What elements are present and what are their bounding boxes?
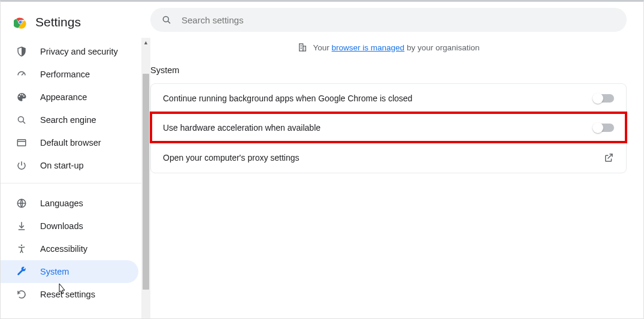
svg-point-6 xyxy=(21,245,22,246)
row-label: Open your computer's proxy settings xyxy=(163,153,300,162)
sidebar-item-label: Search engine xyxy=(40,115,96,125)
building-icon xyxy=(298,43,307,52)
sidebar-item-default-browser[interactable]: Default browser xyxy=(1,131,138,154)
browser-window-icon xyxy=(16,137,27,148)
globe-icon xyxy=(16,198,27,209)
svg-rect-4 xyxy=(17,140,26,146)
sidebar-item-appearance[interactable]: Appearance xyxy=(1,86,138,109)
scroll-up-arrow-icon[interactable]: ▲ xyxy=(141,38,150,47)
svg-rect-9 xyxy=(303,46,306,51)
system-card: Continue running background apps when Go… xyxy=(150,83,627,173)
sidebar-item-label: Appearance xyxy=(40,92,87,102)
sidebar-item-accessibility[interactable]: Accessibility xyxy=(1,237,138,260)
sidebar-item-label: Performance xyxy=(40,70,90,79)
main-content: Your browser is managed by your organisa… xyxy=(150,2,643,318)
search-input[interactable] xyxy=(182,15,616,25)
svg-point-7 xyxy=(163,16,168,22)
managed-text: Your browser is managed by your organisa… xyxy=(313,43,480,52)
shield-icon xyxy=(16,46,27,57)
toggle-background-apps[interactable] xyxy=(594,94,614,103)
row-background-apps[interactable]: Continue running background apps when Go… xyxy=(151,84,626,113)
row-hardware-acceleration[interactable]: Use hardware acceleration when available xyxy=(151,113,626,142)
sidebar-item-performance[interactable]: Performance xyxy=(1,63,138,86)
toggle-hardware-acceleration[interactable] xyxy=(594,124,614,132)
speedometer-icon xyxy=(16,69,27,80)
sidebar-item-search-engine[interactable]: Search engine xyxy=(1,109,138,131)
sidebar-item-privacy[interactable]: Privacy and security xyxy=(1,40,138,63)
row-label: Use hardware acceleration when available xyxy=(163,123,321,133)
sidebar-item-on-startup[interactable]: On start-up xyxy=(1,154,138,177)
palette-icon xyxy=(16,92,27,103)
sidebar-item-label: Downloads xyxy=(40,221,83,231)
scrollbar[interactable]: ▲ xyxy=(141,38,150,318)
wrench-icon xyxy=(16,266,27,277)
sidebar-item-languages[interactable]: Languages xyxy=(1,192,138,215)
restore-icon xyxy=(16,289,27,300)
search-icon xyxy=(161,14,172,25)
sidebar-divider xyxy=(1,183,150,183)
sidebar-item-reset-settings[interactable]: Reset settings xyxy=(1,283,138,306)
chrome-logo-icon xyxy=(14,16,27,29)
scrollbar-thumb[interactable] xyxy=(143,74,149,290)
managed-banner: Your browser is managed by your organisa… xyxy=(150,43,627,52)
accessibility-icon xyxy=(16,243,27,254)
nav-group-1: Privacy and security Performance Appeara… xyxy=(1,38,150,177)
sidebar-item-label: Privacy and security xyxy=(40,47,118,56)
brand: Settings xyxy=(1,8,150,38)
sidebar-item-label: On start-up xyxy=(40,161,84,170)
nav-group-2: Languages Downloads Accessibility System xyxy=(1,189,150,306)
svg-point-3 xyxy=(18,116,23,122)
row-label: Continue running background apps when Go… xyxy=(163,94,412,103)
managed-link[interactable]: browser is managed xyxy=(332,43,405,52)
sidebar-item-downloads[interactable]: Downloads xyxy=(1,215,138,237)
sidebar-item-label: Accessibility xyxy=(40,244,87,254)
sidebar-item-label: Default browser xyxy=(40,138,101,148)
sidebar-item-label: System xyxy=(40,267,69,276)
external-link-icon xyxy=(603,152,614,163)
page-title: Settings xyxy=(35,15,81,29)
section-title: System xyxy=(150,65,627,75)
search-icon xyxy=(16,115,27,125)
sidebar: Settings Privacy and security Performanc… xyxy=(1,2,150,318)
download-icon xyxy=(16,221,27,231)
sidebar-item-label: Languages xyxy=(40,198,83,208)
search-bar[interactable] xyxy=(150,8,627,32)
power-icon xyxy=(16,160,27,171)
row-proxy-settings[interactable]: Open your computer's proxy settings xyxy=(151,142,626,173)
sidebar-item-label: Reset settings xyxy=(40,290,95,299)
sidebar-item-system[interactable]: System xyxy=(1,260,138,283)
